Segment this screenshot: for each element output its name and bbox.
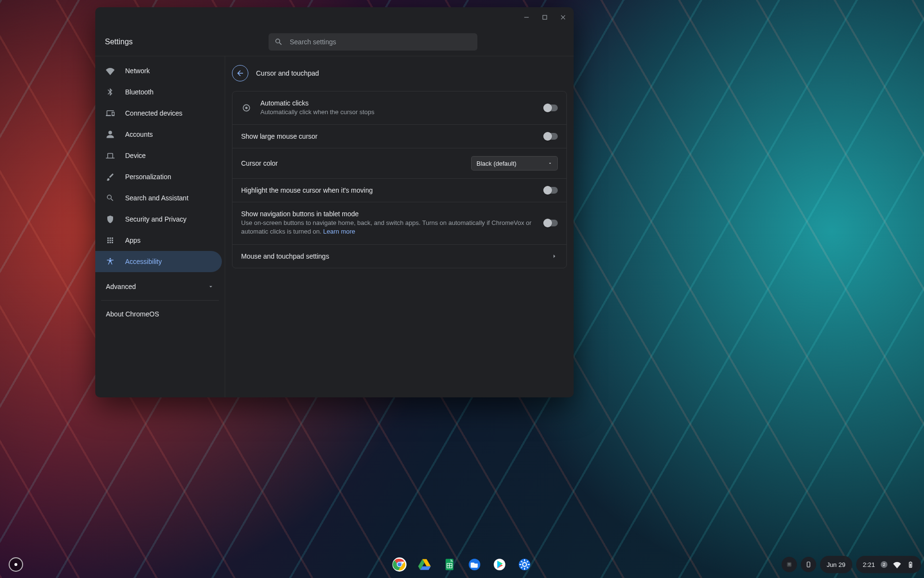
row-large-cursor: Show large mouse cursor [232,124,566,148]
settings-app-icon [517,557,532,572]
nav-buttons-toggle[interactable] [543,220,558,226]
search-box[interactable] [269,33,477,51]
sidebar-item-label: Search and Assistant [125,194,189,202]
tray-status-area[interactable]: 2:21 2 [856,556,921,573]
learn-more-link[interactable]: Learn more [323,228,355,235]
svg-rect-0 [524,17,528,17]
row-subtitle: Use on-screen buttons to navigate home, … [241,219,543,236]
launcher-dot-icon [14,563,17,566]
automatic-clicks-toggle[interactable] [543,105,558,111]
window-minimize-button[interactable] [521,12,532,23]
shield-icon [106,215,115,223]
row-mouse-touchpad-settings[interactable]: Mouse and touchpad settings [232,244,566,268]
settings-content: Cursor and touchpad Automatic clicks Aut… [225,56,574,397]
search-icon [274,38,283,46]
sidebar-item-accessibility[interactable]: Accessibility [95,251,222,272]
svg-rect-29 [910,562,911,562]
back-button[interactable] [232,65,248,81]
svg-rect-24 [788,563,790,564]
desktop-wallpaper: Settings Network Bluetooth Connected dev [0,0,924,578]
tray-date[interactable]: Jun 29 [820,556,852,573]
sidebar-item-accounts[interactable]: Accounts [95,124,222,145]
close-icon [560,14,566,21]
row-title: Show navigation buttons in tablet mode [241,210,543,218]
row-subtitle: Automatically click when the cursor stop… [260,108,543,117]
person-icon [106,130,115,139]
row-nav-buttons: Show navigation buttons in tablet mode U… [232,202,566,244]
date-label: Jun 29 [827,561,846,568]
row-title: Mouse and touchpad settings [241,252,551,260]
brush-icon [106,172,115,181]
time-label: 2:21 [863,561,875,568]
devices-icon [106,109,115,118]
sidebar-item-device[interactable]: Device [95,145,222,166]
sidebar-item-label: Security and Privacy [125,215,187,223]
sidebar-item-label: Device [125,152,146,159]
shelf-app-files[interactable] [467,557,482,572]
svg-rect-25 [788,565,790,565]
window-titlebar [95,7,574,27]
sidebar-advanced-toggle[interactable]: Advanced [95,276,225,297]
wifi-icon [106,66,115,75]
accessibility-icon [106,257,115,266]
chrome-icon [392,557,407,572]
sidebar-item-label: Personalization [125,173,171,181]
sidebar-item-label: Bluetooth [125,88,154,96]
row-automatic-clicks: Automatic clicks Automatically click whe… [232,92,566,124]
sidebar-item-security[interactable]: Security and Privacy [95,209,222,230]
sidebar-item-label: Apps [125,236,141,244]
minimize-icon [523,14,530,21]
window-close-button[interactable] [557,12,569,23]
app-title: Settings [105,38,249,46]
row-cursor-color: Cursor color Black (default) [232,148,566,178]
laptop-icon [106,151,115,160]
chevron-down-icon [207,283,214,290]
sidebar-item-network[interactable]: Network [95,60,222,81]
sidebar-divider [101,300,219,301]
apps-grid-icon [106,236,115,245]
sidebar-item-label: Network [125,67,150,75]
recent-app-icon [785,561,793,568]
dropdown-value: Black (default) [476,160,516,167]
battery-status-icon [907,561,914,568]
bluetooth-icon [106,88,115,96]
chevron-right-icon [551,253,558,260]
highlight-cursor-toggle[interactable] [543,187,558,194]
tray-phone-hub[interactable] [801,557,816,572]
dropdown-caret-icon [548,161,552,166]
shelf-app-play-store[interactable] [492,557,507,572]
wifi-status-icon [893,561,901,568]
svg-point-3 [245,107,248,109]
sidebar-item-label: Accessibility [125,258,162,265]
phone-icon [805,561,812,568]
row-title: Automatic clicks [260,99,543,107]
search-input[interactable] [290,38,472,46]
shelf: Jun 29 2:21 2 [0,551,924,578]
shelf-app-drive[interactable] [417,557,432,572]
maximize-icon [541,14,548,21]
large-cursor-toggle[interactable] [543,133,558,140]
svg-rect-1 [543,15,547,19]
notification-badge: 2 [881,561,887,568]
sidebar-item-connected-devices[interactable]: Connected devices [95,103,222,124]
sidebar-item-search-assistant[interactable]: Search and Assistant [95,187,222,209]
shelf-app-sheets[interactable] [442,557,457,572]
sidebar-item-label: About ChromeOS [106,310,159,318]
sidebar-item-personalization[interactable]: Personalization [95,166,222,187]
drive-icon [417,557,432,572]
tray-recent-app[interactable] [782,557,797,572]
shelf-app-chrome[interactable] [392,557,407,572]
sheets-icon [443,558,456,571]
cursor-color-dropdown[interactable]: Black (default) [471,156,558,171]
row-title: Highlight the mouse cursor when it's mov… [241,186,543,194]
shelf-app-settings[interactable] [517,557,532,572]
sidebar: Network Bluetooth Connected devices Acco… [95,56,225,397]
sidebar-item-bluetooth[interactable]: Bluetooth [95,81,222,103]
launcher-button[interactable] [9,557,23,572]
play-store-icon [492,557,507,572]
row-title: Show large mouse cursor [241,132,543,140]
sidebar-item-apps[interactable]: Apps [95,230,222,251]
advanced-label: Advanced [106,283,136,290]
sidebar-item-about[interactable]: About ChromeOS [95,303,222,325]
window-maximize-button[interactable] [539,12,551,23]
